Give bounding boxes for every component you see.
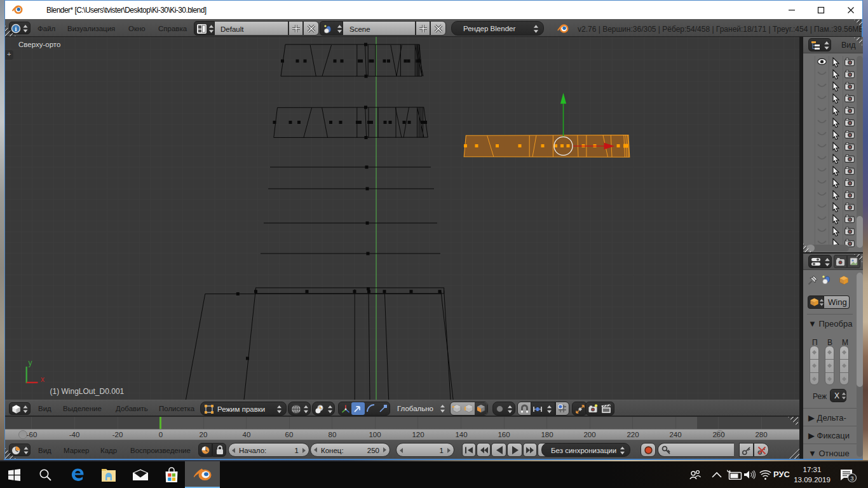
- svg-text:200: 200: [583, 431, 595, 438]
- svg-text:-60: -60: [27, 431, 37, 438]
- svg-text:i: i: [15, 25, 17, 32]
- svg-text:140: 140: [455, 431, 467, 438]
- svg-text:20: 20: [200, 431, 208, 438]
- svg-text:60: 60: [285, 431, 294, 438]
- svg-text:280: 280: [755, 431, 767, 438]
- svg-text:120: 120: [412, 431, 424, 438]
- svg-text:40: 40: [243, 431, 251, 438]
- svg-text:3: 3: [850, 475, 853, 482]
- svg-text:x: x: [41, 375, 44, 384]
- svg-text:160: 160: [498, 431, 510, 438]
- svg-text:-20: -20: [112, 431, 123, 438]
- svg-text:180: 180: [541, 431, 553, 438]
- svg-text:240: 240: [669, 431, 681, 438]
- svg-text:220: 220: [627, 431, 639, 438]
- svg-text:80: 80: [329, 431, 337, 438]
- svg-text:y: y: [29, 358, 32, 367]
- svg-text:0: 0: [159, 431, 163, 438]
- svg-text:100: 100: [369, 431, 381, 438]
- svg-text:-40: -40: [69, 431, 80, 438]
- svg-text:260: 260: [712, 431, 724, 438]
